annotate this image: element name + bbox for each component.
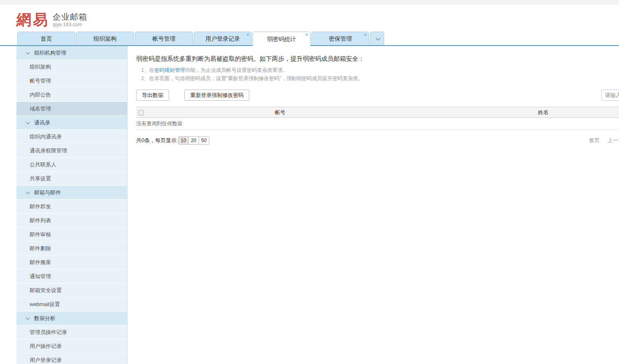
column-header-name: 姓名 [412,109,619,116]
close-icon[interactable]: × [246,32,249,38]
sidebar-item-admin-operation-records[interactable]: 管理员操作记录 [16,325,127,339]
close-icon[interactable]: × [364,32,367,38]
chevron-down-icon [26,120,30,124]
sidebar: 组织机构管理 组织架构 帐号管理 内部公告 域名管理 通讯录 组织内通讯录 通讯… [16,46,128,364]
sidebar-item-org-contacts[interactable]: 组织内通讯录 [16,130,127,143]
step1-suffix: 功能，为企业成员帐号设置密码复杂度要求。 [185,67,288,73]
close-icon[interactable]: × [305,32,308,38]
chevron-down-icon [376,36,380,40]
page-size-20-button[interactable]: 20 [189,136,199,145]
weak-password-table: 帐号 姓名 没有查询到任何数据 [136,107,619,130]
sidebar-item-mail-review[interactable]: 邮件审核 [16,228,127,241]
sidebar-item-org-structure[interactable]: 组织架构 [16,60,127,74]
chevron-down-icon [26,190,30,194]
pagination: 共0条，每页显示 10 20 50 首页上一页 [136,136,619,145]
export-data-button[interactable]: 导出数据 [136,90,169,101]
sidebar-item-notification-management[interactable]: 通知管理 [16,270,127,283]
password-rule-management-link[interactable]: 密码规则管理 [154,67,185,73]
sidebar-section-org-management[interactable]: 组织机构管理 [16,46,127,60]
section-label: 组织机构管理 [34,49,66,57]
sidebar-item-mail-list[interactable]: 邮件列表 [16,214,127,227]
toolbar: 导出数据 重新登录强制修改密码 [136,90,619,101]
tab-bar: 首页 组织架构 帐号管理 用户登录记录 × 弱密码统计 × 密保管理 × [0,32,619,46]
section-label: 通讯录 [34,119,50,127]
sidebar-item-internal-announcement[interactable]: 内部公告 [16,88,127,101]
section-label: 邮箱与邮件 [34,189,61,196]
sidebar-item-mailbox-security-settings[interactable]: 邮箱安全设置 [16,283,127,297]
tab-label: 弱密码统计 [267,36,296,42]
tab-overflow-menu[interactable] [370,32,384,45]
sidebar-item-user-operation-records[interactable]: 用户操作记录 [16,339,127,353]
sidebar-item-account-management[interactable]: 帐号管理 [16,74,127,88]
tab-weak-password-stats[interactable]: 弱密码统计 × [253,32,311,46]
sidebar-item-public-contacts[interactable]: 公共联系人 [16,158,127,171]
first-page-link[interactable]: 首页 [589,137,600,143]
app-header: 網易 企业邮箱 qiye.163.com [0,4,619,32]
table-header-row: 帐号 姓名 [136,107,619,118]
sidebar-item-user-login-records[interactable]: 用户登录记录 [16,353,127,364]
product-domain: qiye.163.com [53,22,87,28]
sidebar-item-mass-mail[interactable]: 邮件群发 [16,200,127,213]
sidebar-item-domain-management[interactable]: 域名管理 [16,102,127,115]
chevron-down-icon [26,316,30,320]
brand-logo: 網易 企业邮箱 qiye.163.com [16,11,87,28]
product-name: 企业邮箱 [53,12,87,22]
select-all-checkbox[interactable] [138,110,144,115]
section-label: 数据分析 [34,315,56,322]
force-password-reset-button[interactable]: 重新登录强制修改密码 [184,90,249,101]
intro-step-2: 2、在本页面，勾选弱密码成员，设置“重新登录强制修改密码”，强制弱密码成员提升密… [136,74,619,83]
sidebar-item-mail-delete[interactable]: 邮件删除 [16,242,127,255]
tab-account-management[interactable]: 帐号管理 [135,32,193,45]
page-size-50-button[interactable]: 50 [199,136,209,145]
page-size-10-button[interactable]: 10 [178,136,188,145]
tab-home[interactable]: 首页 [17,32,75,45]
intro-step-1: 1、在密码规则管理功能，为企业成员帐号设置密码复杂度要求。 [136,66,619,74]
sidebar-section-contacts[interactable]: 通讯录 [16,116,127,129]
netease-logo: 網易 [16,11,49,28]
prev-page-link[interactable]: 上一页 [607,137,619,143]
tab-label: 帐号管理 [153,35,176,42]
search-input[interactable] [601,90,619,101]
header-checkbox-cell [136,109,148,115]
chevron-down-icon [26,50,30,54]
sidebar-item-mail-migration[interactable]: 邮件搬家 [16,256,127,269]
tab-label: 密保管理 [329,35,352,42]
column-header-account: 帐号 [148,109,412,116]
sidebar-section-mailbox-mail[interactable]: 邮箱与邮件 [16,186,127,199]
main-content: 弱密码是指系统多重判断为易被盗取的密码。如下两步，提升弱密码成员邮箱安全： 1、… [128,46,619,364]
tab-user-login-records[interactable]: 用户登录记录 × [194,32,252,45]
tab-label: 用户登录记录 [206,35,240,42]
step1-prefix: 1、在 [141,67,154,73]
browser-top-strip [0,0,619,4]
pager-links: 首页上一页 [589,137,619,144]
sidebar-item-webmail-settings[interactable]: webmail设置 [16,297,127,311]
page-title: 弱密码是指系统多重判断为易被盗取的密码。如下两步，提升弱密码成员邮箱安全： [136,55,619,63]
tab-security-management[interactable]: 密保管理 × [311,32,369,45]
page-size-group: 10 20 50 [178,136,209,145]
table-empty-message: 没有查询到任何数据 [136,118,619,130]
tab-label: 组织架构 [94,35,117,42]
tab-org-structure[interactable]: 组织架构 [76,32,134,45]
sidebar-section-data-analysis[interactable]: 数据分析 [16,311,127,325]
sidebar-item-contacts-permissions[interactable]: 通讯录权限管理 [16,144,127,157]
pagination-total-text: 共0条，每页显示 [136,137,176,144]
sidebar-item-share-settings[interactable]: 共享设置 [16,172,127,185]
tab-label: 首页 [41,35,52,42]
